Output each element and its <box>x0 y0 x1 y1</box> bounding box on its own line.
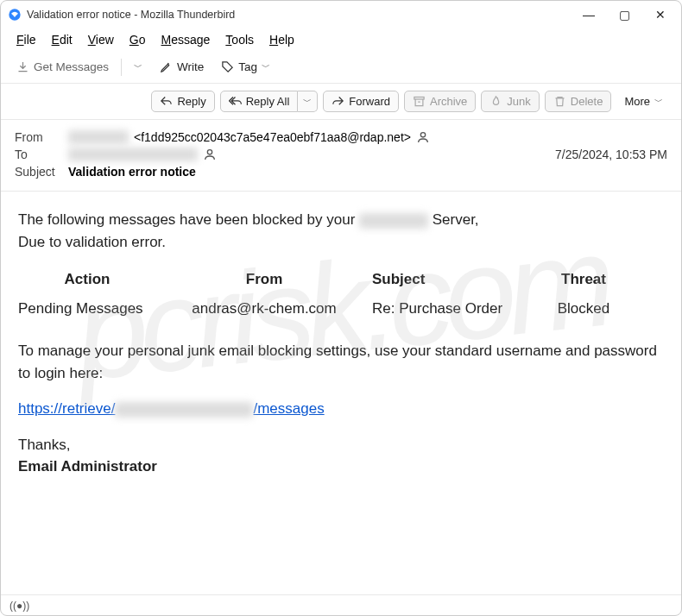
menu-edit[interactable]: Edit <box>45 30 79 49</box>
to-redacted <box>68 148 198 161</box>
server-redacted <box>359 213 428 229</box>
more-button[interactable]: More ﹀ <box>616 91 671 112</box>
table-row: Pending Messages andras@rk-chem.com Re: … <box>18 298 664 320</box>
col-action-head: Action <box>18 268 156 291</box>
svg-rect-1 <box>414 97 424 100</box>
statusbar: ((●)) <box>1 594 681 615</box>
forward-icon <box>332 95 344 108</box>
reply-all-button[interactable]: Reply All <box>220 91 299 112</box>
svg-point-3 <box>207 150 212 154</box>
from-address[interactable]: <f1dd925cc02043c7a5e47ea0ebf71aa8@rdap.n… <box>134 130 411 144</box>
from-label: From <box>15 130 68 144</box>
get-messages-dropdown[interactable]: ﹀ <box>127 57 149 78</box>
archive-label: Archive <box>430 95 467 108</box>
intro-text: The following messages have been blocked… <box>18 209 664 253</box>
delete-button[interactable]: Delete <box>545 91 612 112</box>
reply-all-label: Reply All <box>246 95 290 108</box>
maximize-button[interactable]: ▢ <box>619 8 629 22</box>
message-headers: From <f1dd925cc02043c7a5e47ea0ebf71aa8@r… <box>1 120 681 192</box>
col-subject-head: Subject <box>372 268 527 291</box>
main-toolbar: Get Messages ﹀ Write Tag ﹀ <box>1 51 681 84</box>
cell-action: Pending Messages <box>18 298 156 320</box>
tag-button[interactable]: Tag ﹀ <box>214 56 277 78</box>
blocked-messages-table: Action From Subject Threat Pending Messa… <box>18 268 664 319</box>
trash-icon <box>553 95 566 108</box>
archive-button[interactable]: Archive <box>404 91 476 112</box>
link-domain-redacted <box>115 402 253 418</box>
write-button[interactable]: Write <box>153 56 211 78</box>
tag-icon <box>221 60 234 73</box>
message-date: 7/25/2024, 10:53 PM <box>555 148 667 161</box>
window-title: Validation error notice - Mozilla Thunde… <box>27 9 235 21</box>
menu-file[interactable]: File <box>9 30 43 49</box>
message-action-bar: Reply Reply All ﹀ Forward Archive Junk D… <box>1 84 681 120</box>
download-icon <box>16 60 29 73</box>
svg-point-2 <box>420 133 425 137</box>
minimize-button[interactable]: — <box>583 8 593 22</box>
reply-all-icon <box>229 95 242 108</box>
message-body: The following messages have been blocked… <box>1 192 681 509</box>
tag-label: Tag <box>238 60 257 73</box>
login-link[interactable]: https://retrieve//messages <box>18 400 325 417</box>
menu-message[interactable]: Message <box>155 30 218 49</box>
reply-button[interactable]: Reply <box>151 91 214 112</box>
reply-icon <box>160 95 173 108</box>
more-label: More <box>624 95 650 108</box>
subject-value: Validation error notice <box>68 165 196 179</box>
menu-help[interactable]: Help <box>262 30 301 49</box>
contact-icon[interactable] <box>203 148 217 161</box>
cell-subject: Re: Purchase Order <box>372 298 527 320</box>
forward-button[interactable]: Forward <box>323 91 399 112</box>
junk-label: Junk <box>507 95 530 108</box>
flame-icon <box>489 95 502 108</box>
connection-icon: ((●)) <box>9 600 29 612</box>
from-name-redacted <box>68 130 129 144</box>
write-label: Write <box>177 60 204 73</box>
close-button[interactable]: ✕ <box>655 8 666 22</box>
login-link-line: https://retrieve//messages <box>18 398 664 420</box>
menu-tools[interactable]: Tools <box>218 30 261 49</box>
pencil-icon <box>160 60 173 73</box>
col-from-head: From <box>156 268 372 291</box>
archive-icon <box>413 95 426 108</box>
menu-view[interactable]: View <box>81 30 121 49</box>
titlebar: Validation error notice - Mozilla Thunde… <box>1 1 681 28</box>
reply-all-dropdown[interactable]: ﹀ <box>298 91 318 112</box>
closing: Thanks, Email Administrator <box>18 434 664 478</box>
cell-from: andras@rk-chem.com <box>156 298 372 320</box>
reply-label: Reply <box>177 95 205 108</box>
contact-icon[interactable] <box>416 130 430 144</box>
get-messages-label: Get Messages <box>34 60 109 73</box>
to-value <box>68 148 555 161</box>
signature-text: Email Administrator <box>18 458 157 475</box>
thanks-text: Thanks, <box>18 437 70 453</box>
junk-button[interactable]: Junk <box>481 91 539 112</box>
menu-go[interactable]: Go <box>123 30 153 49</box>
reply-all-group: Reply All ﹀ <box>220 91 319 112</box>
get-messages-button[interactable]: Get Messages <box>9 56 116 78</box>
forward-label: Forward <box>349 95 390 108</box>
to-label: To <box>15 148 68 161</box>
table-header: Action From Subject Threat <box>18 268 664 291</box>
menubar: File Edit View Go Message Tools Help <box>1 28 681 51</box>
cell-threat: Blocked <box>527 298 640 320</box>
subject-label: Subject <box>15 165 68 179</box>
from-value: <f1dd925cc02043c7a5e47ea0ebf71aa8@rdap.n… <box>68 130 667 144</box>
delete-label: Delete <box>571 95 603 108</box>
manage-text: To manage your personal junk email block… <box>18 340 664 384</box>
thunderbird-icon <box>8 8 22 22</box>
col-threat-head: Threat <box>527 268 640 291</box>
